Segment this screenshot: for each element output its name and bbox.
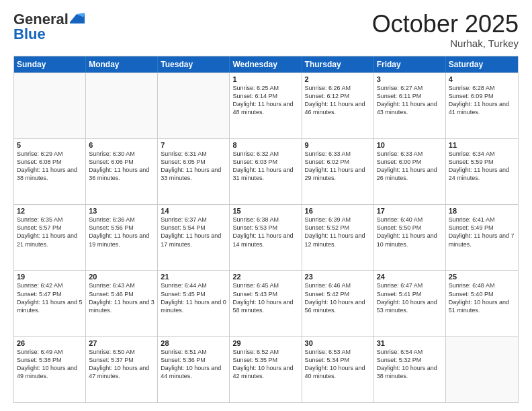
day-number: 31 xyxy=(377,339,443,347)
month-title: October 2025 xyxy=(372,11,519,38)
day-number: 19 xyxy=(17,273,83,281)
day-number: 18 xyxy=(449,207,515,215)
calendar-row: 26Sunrise: 6:49 AM Sunset: 5:38 PM Dayli… xyxy=(14,336,518,402)
calendar-row: 5Sunrise: 6:29 AM Sunset: 6:08 PM Daylig… xyxy=(14,138,518,204)
day-number: 27 xyxy=(89,339,154,347)
cell-info: Sunrise: 6:33 AM Sunset: 6:00 PM Dayligh… xyxy=(377,150,443,183)
day-number: 26 xyxy=(17,339,83,347)
calendar-cell: 8Sunrise: 6:32 AM Sunset: 6:03 PM Daylig… xyxy=(230,139,302,204)
day-number: 10 xyxy=(377,141,443,149)
calendar-row: 19Sunrise: 6:42 AM Sunset: 5:47 PM Dayli… xyxy=(14,270,518,336)
header-saturday: Saturday xyxy=(446,56,518,73)
cell-info: Sunrise: 6:52 AM Sunset: 5:35 PM Dayligh… xyxy=(232,348,298,381)
cell-info: Sunrise: 6:28 AM Sunset: 6:09 PM Dayligh… xyxy=(449,84,515,117)
day-number: 5 xyxy=(17,141,83,149)
calendar-cell: 7Sunrise: 6:31 AM Sunset: 6:05 PM Daylig… xyxy=(158,139,230,204)
logo: General Blue xyxy=(13,11,85,43)
day-number: 8 xyxy=(232,141,298,149)
day-number: 2 xyxy=(305,75,371,83)
calendar-cell xyxy=(158,73,230,138)
day-number: 6 xyxy=(89,141,154,149)
calendar-cell: 6Sunrise: 6:30 AM Sunset: 6:06 PM Daylig… xyxy=(86,139,158,204)
calendar-cell: 30Sunrise: 6:53 AM Sunset: 5:34 PM Dayli… xyxy=(302,337,374,402)
calendar-cell: 1Sunrise: 6:25 AM Sunset: 6:14 PM Daylig… xyxy=(230,73,302,138)
calendar-cell: 25Sunrise: 6:48 AM Sunset: 5:40 PM Dayli… xyxy=(446,271,518,336)
calendar-body: 1Sunrise: 6:25 AM Sunset: 6:14 PM Daylig… xyxy=(14,73,518,402)
cell-info: Sunrise: 6:25 AM Sunset: 6:14 PM Dayligh… xyxy=(232,84,298,117)
day-number: 12 xyxy=(17,207,83,215)
calendar: Sunday Monday Tuesday Wednesday Thursday… xyxy=(13,56,519,403)
calendar-cell: 15Sunrise: 6:38 AM Sunset: 5:53 PM Dayli… xyxy=(230,205,302,270)
cell-info: Sunrise: 6:44 AM Sunset: 5:45 PM Dayligh… xyxy=(161,281,226,314)
cell-info: Sunrise: 6:42 AM Sunset: 5:47 PM Dayligh… xyxy=(17,281,83,314)
day-number: 13 xyxy=(89,207,154,215)
header-tuesday: Tuesday xyxy=(158,56,230,73)
cell-info: Sunrise: 6:48 AM Sunset: 5:40 PM Dayligh… xyxy=(449,281,515,314)
day-number: 15 xyxy=(232,207,298,215)
calendar-cell: 26Sunrise: 6:49 AM Sunset: 5:38 PM Dayli… xyxy=(14,337,86,402)
calendar-cell: 23Sunrise: 6:46 AM Sunset: 5:42 PM Dayli… xyxy=(302,271,374,336)
location: Nurhak, Turkey xyxy=(372,38,519,49)
cell-info: Sunrise: 6:51 AM Sunset: 5:36 PM Dayligh… xyxy=(161,348,226,381)
day-number: 9 xyxy=(305,141,371,149)
calendar-cell: 11Sunrise: 6:34 AM Sunset: 5:59 PM Dayli… xyxy=(446,139,518,204)
calendar-cell: 9Sunrise: 6:33 AM Sunset: 6:02 PM Daylig… xyxy=(302,139,374,204)
calendar-cell: 28Sunrise: 6:51 AM Sunset: 5:36 PM Dayli… xyxy=(158,337,230,402)
calendar-cell: 24Sunrise: 6:47 AM Sunset: 5:41 PM Dayli… xyxy=(374,271,446,336)
calendar-cell: 31Sunrise: 6:54 AM Sunset: 5:32 PM Dayli… xyxy=(374,337,446,402)
cell-info: Sunrise: 6:29 AM Sunset: 6:08 PM Dayligh… xyxy=(17,150,83,183)
calendar-row: 12Sunrise: 6:35 AM Sunset: 5:57 PM Dayli… xyxy=(14,204,518,270)
page: General Blue October 2025 Nurhak, Turkey… xyxy=(0,0,532,411)
calendar-cell: 18Sunrise: 6:41 AM Sunset: 5:49 PM Dayli… xyxy=(446,205,518,270)
cell-info: Sunrise: 6:32 AM Sunset: 6:03 PM Dayligh… xyxy=(232,150,298,183)
day-number: 20 xyxy=(89,273,154,281)
header-friday: Friday xyxy=(374,56,446,73)
day-number: 23 xyxy=(305,273,371,281)
cell-info: Sunrise: 6:50 AM Sunset: 5:37 PM Dayligh… xyxy=(89,348,154,381)
cell-info: Sunrise: 6:33 AM Sunset: 6:02 PM Dayligh… xyxy=(305,150,371,183)
cell-info: Sunrise: 6:49 AM Sunset: 5:38 PM Dayligh… xyxy=(17,348,83,381)
day-number: 7 xyxy=(161,141,226,149)
calendar-cell: 3Sunrise: 6:27 AM Sunset: 6:11 PM Daylig… xyxy=(374,73,446,138)
cell-info: Sunrise: 6:36 AM Sunset: 5:56 PM Dayligh… xyxy=(89,216,154,248)
calendar-cell: 21Sunrise: 6:44 AM Sunset: 5:45 PM Dayli… xyxy=(158,271,230,336)
header: General Blue October 2025 Nurhak, Turkey xyxy=(13,11,519,49)
calendar-cell xyxy=(86,73,158,138)
logo-blue-text: Blue xyxy=(13,26,46,43)
calendar-cell: 22Sunrise: 6:45 AM Sunset: 5:43 PM Dayli… xyxy=(230,271,302,336)
cell-info: Sunrise: 6:41 AM Sunset: 5:49 PM Dayligh… xyxy=(449,216,515,248)
cell-info: Sunrise: 6:35 AM Sunset: 5:57 PM Dayligh… xyxy=(17,216,83,248)
calendar-cell: 2Sunrise: 6:26 AM Sunset: 6:12 PM Daylig… xyxy=(302,73,374,138)
calendar-cell: 19Sunrise: 6:42 AM Sunset: 5:47 PM Dayli… xyxy=(14,271,86,336)
day-number: 25 xyxy=(449,273,515,281)
cell-info: Sunrise: 6:38 AM Sunset: 5:53 PM Dayligh… xyxy=(232,216,298,248)
calendar-cell xyxy=(446,337,518,402)
day-number: 4 xyxy=(449,75,515,83)
day-number: 30 xyxy=(305,339,371,347)
cell-info: Sunrise: 6:31 AM Sunset: 6:05 PM Dayligh… xyxy=(161,150,226,183)
day-number: 17 xyxy=(377,207,443,215)
day-number: 11 xyxy=(449,141,515,149)
calendar-cell: 16Sunrise: 6:39 AM Sunset: 5:52 PM Dayli… xyxy=(302,205,374,270)
calendar-cell: 20Sunrise: 6:43 AM Sunset: 5:46 PM Dayli… xyxy=(86,271,158,336)
calendar-cell: 13Sunrise: 6:36 AM Sunset: 5:56 PM Dayli… xyxy=(86,205,158,270)
day-number: 22 xyxy=(232,273,298,281)
cell-info: Sunrise: 6:45 AM Sunset: 5:43 PM Dayligh… xyxy=(232,281,298,314)
calendar-cell: 12Sunrise: 6:35 AM Sunset: 5:57 PM Dayli… xyxy=(14,205,86,270)
calendar-cell: 17Sunrise: 6:40 AM Sunset: 5:50 PM Dayli… xyxy=(374,205,446,270)
cell-info: Sunrise: 6:53 AM Sunset: 5:34 PM Dayligh… xyxy=(305,348,371,381)
cell-info: Sunrise: 6:34 AM Sunset: 5:59 PM Dayligh… xyxy=(449,150,515,183)
title-block: October 2025 Nurhak, Turkey xyxy=(372,11,519,49)
calendar-cell: 27Sunrise: 6:50 AM Sunset: 5:37 PM Dayli… xyxy=(86,337,158,402)
cell-info: Sunrise: 6:39 AM Sunset: 5:52 PM Dayligh… xyxy=(305,216,371,248)
logo-icon xyxy=(70,13,85,24)
cell-info: Sunrise: 6:27 AM Sunset: 6:11 PM Dayligh… xyxy=(377,84,443,117)
day-number: 21 xyxy=(161,273,226,281)
calendar-cell: 29Sunrise: 6:52 AM Sunset: 5:35 PM Dayli… xyxy=(230,337,302,402)
calendar-cell: 10Sunrise: 6:33 AM Sunset: 6:00 PM Dayli… xyxy=(374,139,446,204)
cell-info: Sunrise: 6:37 AM Sunset: 5:54 PM Dayligh… xyxy=(161,216,226,248)
day-number: 16 xyxy=(305,207,371,215)
day-number: 3 xyxy=(377,75,443,83)
cell-info: Sunrise: 6:54 AM Sunset: 5:32 PM Dayligh… xyxy=(377,348,443,381)
cell-info: Sunrise: 6:26 AM Sunset: 6:12 PM Dayligh… xyxy=(305,84,371,117)
